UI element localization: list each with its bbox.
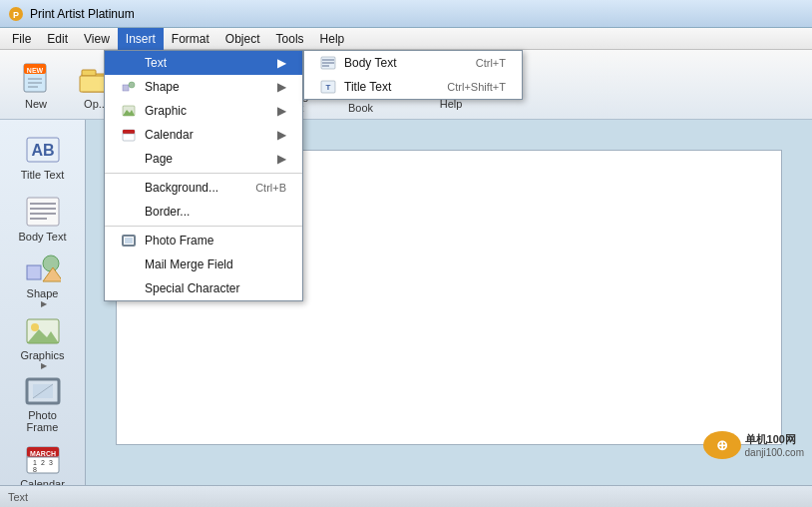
svg-text:T: T bbox=[326, 83, 331, 92]
submenu-body-text[interactable]: Body Text Ctrl+T bbox=[304, 51, 522, 75]
svg-text:MARCH: MARCH bbox=[29, 450, 55, 457]
shape-label: Shape bbox=[27, 287, 59, 299]
graphic-arrow: ▶ bbox=[277, 104, 286, 118]
insert-mail-merge-label: Mail Merge Field bbox=[145, 257, 233, 271]
sidebar-item-shape[interactable]: Shape ▶ bbox=[7, 252, 79, 309]
insert-calendar[interactable]: Calendar ▶ bbox=[105, 123, 302, 147]
title-text-label: Title Text bbox=[21, 169, 64, 181]
graphics-arrow: ▶ bbox=[41, 361, 47, 370]
menu-edit[interactable]: Edit bbox=[39, 28, 76, 50]
insert-graphic[interactable]: Graphic ▶ bbox=[105, 99, 302, 123]
calendar-icon: MARCH 1 2 3 8 bbox=[25, 442, 61, 476]
menu-format[interactable]: Format bbox=[164, 28, 217, 50]
insert-shape[interactable]: Shape ▶ bbox=[105, 75, 302, 99]
insert-calendar-label: Calendar bbox=[145, 128, 194, 142]
app-title: Print Artist Platinum bbox=[30, 7, 135, 21]
insert-border[interactable]: Border... bbox=[105, 200, 302, 224]
menu-tools[interactable]: Tools bbox=[268, 28, 312, 50]
photo-frame-icon bbox=[25, 375, 61, 407]
shape-arrow: ▶ bbox=[277, 80, 286, 94]
graphics-label: Graphics bbox=[20, 349, 64, 361]
svg-rect-30 bbox=[27, 265, 41, 279]
new-icon: NEW bbox=[18, 60, 54, 96]
body-text-submenu-icon bbox=[320, 55, 336, 71]
title-text-submenu-icon: T bbox=[320, 79, 336, 95]
svg-rect-9 bbox=[82, 70, 96, 76]
body-text-shortcut: Ctrl+T bbox=[476, 57, 506, 69]
body-text-submenu-label: Body Text bbox=[344, 56, 396, 70]
new-label: New bbox=[25, 98, 47, 110]
svg-rect-47 bbox=[123, 85, 129, 91]
insert-background-label: Background... bbox=[145, 181, 218, 195]
watermark-logo: ⊕ bbox=[703, 431, 741, 459]
watermark-url: danji100.com bbox=[745, 447, 804, 458]
menu-insert[interactable]: Insert bbox=[118, 28, 164, 50]
graphics-icon bbox=[25, 315, 61, 347]
background-shortcut: Ctrl+B bbox=[255, 182, 286, 194]
watermark: ⊕ 单机100网 danji100.com bbox=[703, 431, 804, 459]
sidebar-item-body-text[interactable]: Body Text bbox=[7, 190, 79, 248]
insert-border-label: Border... bbox=[145, 205, 190, 219]
svg-rect-55 bbox=[125, 238, 133, 244]
insert-page[interactable]: Page ▶ bbox=[105, 147, 302, 171]
text-menu-icon bbox=[121, 55, 137, 71]
watermark-site: 单机100网 bbox=[745, 432, 804, 447]
menu-file[interactable]: File bbox=[4, 28, 39, 50]
insert-photo-frame[interactable]: Photo Frame bbox=[105, 229, 302, 253]
photo-frame-menu-icon bbox=[121, 233, 137, 249]
sidebar-item-graphics[interactable]: Graphics ▶ bbox=[7, 313, 79, 371]
title-text-submenu-label: Title Text bbox=[344, 80, 391, 94]
sidebar-item-title-text[interactable]: AB Title Text bbox=[7, 128, 79, 186]
insert-special-char-label: Special Character bbox=[145, 281, 239, 295]
watermark-text: 单机100网 danji100.com bbox=[745, 432, 804, 458]
menu-divider-2 bbox=[105, 226, 302, 227]
body-text-label: Body Text bbox=[18, 231, 66, 243]
svg-text:1: 1 bbox=[33, 459, 37, 466]
insert-shape-label: Shape bbox=[145, 80, 180, 94]
menu-view[interactable]: View bbox=[76, 28, 118, 50]
insert-graphic-label: Graphic bbox=[145, 104, 187, 118]
svg-rect-25 bbox=[27, 198, 59, 226]
text-submenu: Body Text Ctrl+T T Title Text Ctrl+Shift… bbox=[303, 50, 523, 100]
insert-text[interactable]: Text ▶ bbox=[105, 51, 302, 75]
shape-icon bbox=[25, 254, 61, 285]
page-arrow: ▶ bbox=[277, 152, 286, 166]
special-char-menu-icon bbox=[121, 280, 137, 296]
title-bar: P Print Artist Platinum bbox=[0, 0, 812, 28]
menu-object[interactable]: Object bbox=[217, 28, 268, 50]
svg-text:8: 8 bbox=[33, 466, 37, 473]
shape-arrow: ▶ bbox=[41, 299, 47, 308]
background-menu-icon bbox=[121, 180, 137, 196]
graphic-menu-icon bbox=[121, 103, 137, 119]
new-button[interactable]: NEW New bbox=[8, 55, 64, 115]
insert-text-label: Text bbox=[145, 56, 167, 70]
svg-text:3: 3 bbox=[49, 459, 53, 466]
border-menu-icon bbox=[121, 204, 137, 220]
sidebar-item-photo-frame[interactable]: Photo Frame bbox=[7, 375, 79, 433]
insert-page-label: Page bbox=[145, 152, 173, 166]
calendar-arrow: ▶ bbox=[277, 128, 286, 142]
svg-point-34 bbox=[31, 323, 39, 331]
insert-background[interactable]: Background... Ctrl+B bbox=[105, 176, 302, 200]
svg-rect-52 bbox=[123, 130, 135, 134]
menu-bar: File Edit View Insert Format Object Tool… bbox=[0, 28, 812, 50]
insert-mail-merge[interactable]: Mail Merge Field bbox=[105, 253, 302, 276]
svg-text:AB: AB bbox=[31, 142, 54, 159]
body-text-icon bbox=[25, 195, 61, 229]
calendar-menu-icon bbox=[121, 127, 137, 143]
page-menu-icon bbox=[121, 151, 137, 167]
svg-text:NEW: NEW bbox=[27, 67, 44, 74]
insert-special-char[interactable]: Special Character bbox=[105, 276, 302, 300]
submenu-title-text[interactable]: T Title Text Ctrl+Shift+T bbox=[304, 75, 522, 99]
svg-point-31 bbox=[43, 255, 59, 271]
photo-frame-label: Photo Frame bbox=[12, 409, 74, 433]
sidebar: AB Title Text Body Text Shape ▶ bbox=[0, 120, 86, 507]
svg-text:P: P bbox=[13, 10, 19, 20]
title-text-shortcut: Ctrl+Shift+T bbox=[447, 81, 506, 93]
status-bar: Text bbox=[0, 485, 812, 507]
menu-help[interactable]: Help bbox=[312, 28, 353, 50]
app-icon: P bbox=[8, 6, 24, 22]
shape-menu-icon bbox=[121, 79, 137, 95]
status-text: Text bbox=[8, 491, 28, 503]
svg-text:2: 2 bbox=[41, 459, 45, 466]
